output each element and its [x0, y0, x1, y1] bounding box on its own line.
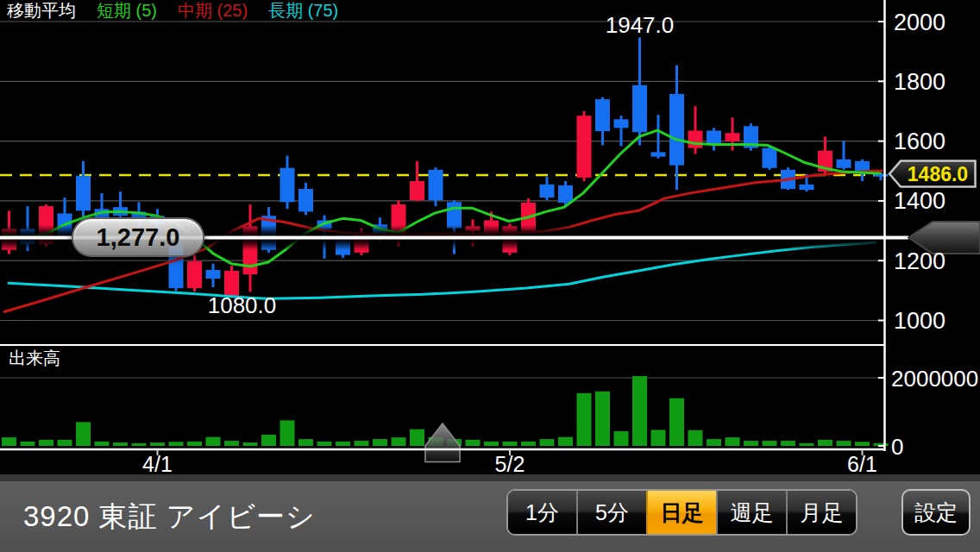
candle-body [800, 185, 814, 190]
volume-bar [744, 441, 758, 446]
candle-body [298, 189, 313, 211]
current-price-badge-value: 1486.0 [901, 163, 974, 186]
settings-button[interactable]: 設定 [901, 489, 971, 536]
moving-average-legend: 移動平均 短期 (5) 中期 (25) 長期 (75) [7, 1, 338, 20]
price-axis-label: 1800 [894, 69, 945, 95]
volume-bar [726, 437, 740, 446]
volume-bar [132, 443, 147, 446]
reference-price-bubble[interactable]: 1,277.0 [72, 217, 204, 257]
stock-title: 3920 東証 アイビーシ [23, 498, 316, 536]
date-axis-label: 5/2 [495, 452, 525, 476]
timeframe-button-daily[interactable]: 日足 [646, 491, 716, 534]
candle-body [669, 94, 684, 166]
candle-body [410, 181, 424, 200]
timeframe-button-weekly[interactable]: 週足 [716, 491, 786, 534]
price-axis-label: 1600 [894, 129, 945, 154]
volume-bar [169, 442, 184, 446]
volume-bar [688, 430, 703, 446]
volume-bar [577, 393, 592, 446]
volume-axis-label: 0 [891, 434, 903, 460]
candle-body [632, 85, 647, 132]
volume-bar [707, 439, 721, 446]
volume-bar [800, 443, 814, 446]
volume-bar [113, 442, 128, 446]
volume-pane-title: 出来高 [9, 347, 60, 370]
volume-bar [503, 442, 518, 446]
candle-body [558, 185, 573, 203]
volume-bar [837, 441, 851, 446]
volume-bar [595, 392, 610, 446]
date-axis-label: 4/1 [142, 452, 173, 476]
volume-bar [392, 437, 406, 446]
low-price-label: 1080.0 [208, 292, 277, 318]
volume-bar [206, 437, 221, 446]
volume-bar [76, 422, 91, 446]
volume-bar [39, 440, 53, 446]
candlestick-series [2, 37, 889, 296]
volume-bar [521, 442, 536, 446]
price-axis-label: 1000 [894, 308, 945, 334]
candle-body [763, 148, 777, 168]
volume-bar [763, 441, 777, 446]
volume-bar [2, 437, 16, 446]
volume-bar [150, 442, 165, 446]
candle-body [614, 119, 629, 128]
legend-ma-long: 長期 (75) [268, 1, 338, 20]
volume-bar [58, 440, 72, 446]
volume-bar [224, 441, 239, 446]
volume-bar [855, 442, 870, 446]
price-axis-label: 1400 [894, 188, 945, 214]
price-axis-label: 1200 [894, 248, 945, 274]
volume-bar [632, 376, 647, 446]
volume-bar [651, 430, 666, 446]
volume-bar [669, 398, 684, 446]
timeframe-button-5min[interactable]: 5分 [576, 491, 646, 534]
volume-bar [336, 442, 350, 446]
volume-bar [317, 442, 332, 446]
candle-body [577, 116, 592, 178]
candle-body [447, 202, 462, 228]
volume-bar [614, 431, 629, 446]
reference-price-value: 1,277.0 [97, 223, 180, 252]
volume-bar [187, 442, 202, 446]
volume-bar [558, 437, 573, 446]
volume-bar [280, 420, 295, 446]
candle-body [187, 261, 202, 288]
stock-chart-app: 200018001600140012001000200000004/15/26/… [0, 0, 980, 552]
price-axis-label: 2000 [894, 9, 945, 35]
volume-bar [540, 439, 555, 446]
peak-price-label: 1947.0 [606, 12, 675, 38]
volume-bar [466, 440, 481, 446]
volume-bar [298, 439, 313, 446]
candle-body [429, 170, 443, 200]
date-axis-label: 6/1 [847, 452, 877, 476]
volume-bar [818, 440, 832, 446]
timeframe-button-1min[interactable]: 1分 [508, 491, 576, 534]
candle-body [540, 185, 555, 198]
volume-bar [373, 439, 387, 446]
candle-body [280, 168, 295, 203]
volume-bar [95, 442, 110, 446]
volume-bar [243, 442, 258, 446]
candle-body [206, 270, 221, 279]
volume-bar [410, 430, 424, 446]
volume-bar [355, 441, 369, 446]
candle-body [726, 133, 740, 141]
volume-bar [781, 441, 795, 446]
candle-body [76, 176, 91, 211]
candle-body [707, 130, 721, 143]
candle-body [688, 130, 703, 147]
legend-ma-short: 短期 (5) [97, 1, 157, 20]
volume-bar [261, 435, 276, 446]
volume-bar [484, 442, 499, 446]
volume-bar [21, 442, 35, 446]
candle-body [595, 99, 610, 131]
divider-strip [0, 474, 980, 481]
candle-body [837, 160, 851, 168]
timeframe-segmented-control: 1分 5分 日足 週足 月足 [506, 489, 858, 536]
candle-body [651, 152, 666, 156]
volume-axis-label: 2000000 [891, 366, 978, 392]
scrub-handle[interactable] [425, 423, 460, 462]
timeframe-button-monthly[interactable]: 月足 [786, 491, 856, 534]
legend-title: 移動平均 [7, 1, 76, 20]
